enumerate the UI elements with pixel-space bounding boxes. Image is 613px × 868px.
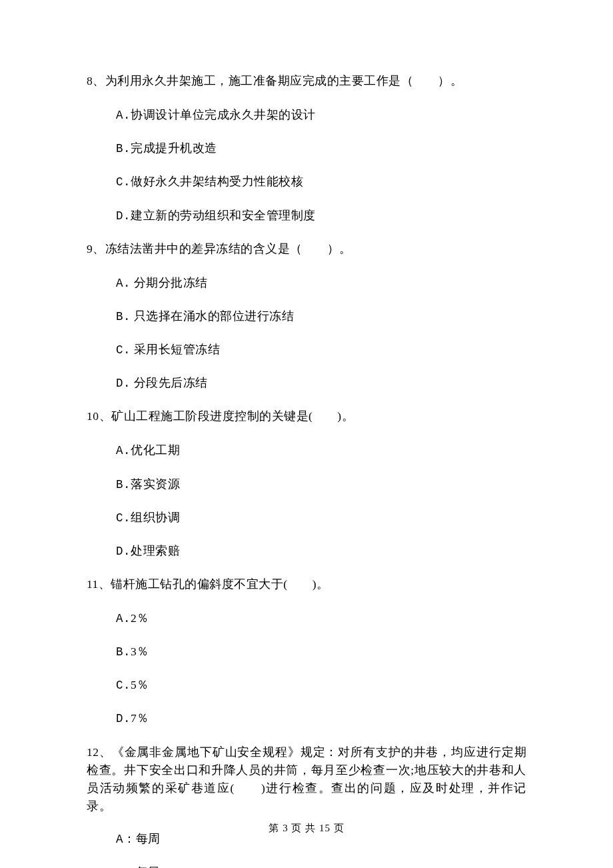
question-options: A.2％ B.3％ C.5％ D.7％ — [87, 609, 526, 729]
option-text: 完成提升机改造 — [131, 141, 217, 155]
question-number: 11、 — [87, 577, 111, 591]
option-label: A. — [116, 612, 131, 625]
option-label: C. — [116, 175, 131, 189]
question-text: 为利用永久井架施工，施工准备期应完成的主要工作是（ ）。 — [105, 74, 463, 87]
question-text: 《金属非金属地下矿山安全规程》规定：对所有支护的井巷，均应进行定期检查。井下安全… — [87, 745, 526, 813]
option-label: D. — [116, 377, 131, 390]
option-text: 3％ — [131, 645, 149, 658]
option-label: C. — [116, 679, 131, 692]
option: B. 只选择在涌水的部位进行冻结 — [87, 307, 526, 326]
option: B：每日 — [87, 863, 526, 868]
option-label: C. — [116, 511, 131, 525]
option: A.优化工期 — [87, 441, 526, 460]
option-text: 只选择在涌水的部位进行冻结 — [131, 309, 294, 323]
option-text: 分段先后冻结 — [131, 376, 208, 389]
option: A. 分期分批冻结 — [87, 274, 526, 293]
question-stem: 11、锚杆施工钻孔的偏斜度不宜大于( )。 — [87, 575, 526, 593]
option-label: B. — [116, 478, 131, 491]
question-text: 矿山工程施工阶段进度控制的关键是( )。 — [111, 409, 354, 423]
option-text: 优化工期 — [131, 443, 180, 457]
option: D.处理索赔 — [87, 542, 526, 561]
question-number: 8、 — [87, 74, 105, 87]
option-text: 组织协调 — [131, 511, 180, 524]
option-text: 每日 — [136, 865, 161, 868]
document-page: 8、为利用永久井架施工，施工准备期应完成的主要工作是（ ）。 A.协调设计单位完… — [0, 0, 613, 868]
option: B.3％ — [87, 643, 526, 661]
option: B.完成提升机改造 — [87, 139, 526, 158]
option: D. 分段先后冻结 — [87, 374, 526, 393]
page-footer: 第 3 页 共 15 页 — [0, 821, 613, 836]
question-stem: 8、为利用永久井架施工，施工准备期应完成的主要工作是（ ）。 — [87, 72, 526, 90]
option-label: B. — [116, 645, 131, 659]
option-text: 处理索赔 — [131, 544, 180, 557]
option-label: D. — [116, 209, 131, 223]
question-options: A.协调设计单位完成永久井架的设计 B.完成提升机改造 C.做好永久井架结构受力… — [87, 106, 526, 225]
option-label: A. — [116, 109, 131, 122]
option: A.2％ — [87, 609, 526, 628]
option-label: A. — [116, 277, 131, 290]
option-text: 5％ — [131, 678, 149, 691]
option: C.组织协调 — [87, 509, 526, 527]
option-text: 做好永久井架结构受力性能校核 — [131, 175, 303, 188]
option-text: 建立新的劳动组织和安全管理制度 — [131, 209, 316, 222]
option: C.5％ — [87, 676, 526, 695]
question-text: 锚杆施工钻孔的偏斜度不宜大于( )。 — [111, 577, 328, 591]
option-label: D. — [116, 712, 131, 725]
option-text: 落实资源 — [131, 477, 180, 491]
question-stem: 10、矿山工程施工阶段进度控制的关键是( )。 — [87, 407, 526, 425]
question-number: 10、 — [87, 409, 111, 423]
option-label: B. — [116, 142, 131, 155]
question-number: 12、 — [87, 745, 112, 759]
option-text: 协调设计单位完成永久井架的设计 — [131, 108, 316, 121]
question-options: A. 分期分批冻结 B. 只选择在涌水的部位进行冻结 C. 采用长短管冻结 D.… — [87, 274, 526, 393]
option-text: 7％ — [131, 711, 149, 725]
question-text: 冻结法凿井中的差异冻结的含义是（ ）。 — [105, 242, 352, 255]
question-stem: 12、《金属非金属地下矿山安全规程》规定：对所有支护的井巷，均应进行定期检查。井… — [87, 743, 526, 816]
option: D.建立新的劳动组织和安全管理制度 — [87, 207, 526, 225]
option-text: 采用长短管冻结 — [131, 343, 220, 356]
option: C. 采用长短管冻结 — [87, 341, 526, 359]
question-number: 9、 — [87, 242, 105, 255]
option: C.做好永久井架结构受力性能校核 — [87, 173, 526, 191]
option: B.落实资源 — [87, 475, 526, 494]
option: A.协调设计单位完成永久井架的设计 — [87, 106, 526, 125]
option-label: C. — [116, 343, 131, 357]
option-text: 2％ — [131, 611, 149, 625]
option-label: B. — [116, 310, 131, 323]
option: D.7％ — [87, 709, 526, 728]
question-stem: 9、冻结法凿井中的差异冻结的含义是（ ）。 — [87, 240, 526, 258]
option-label: A. — [116, 444, 131, 457]
option-text: 分期分批冻结 — [131, 276, 208, 289]
option-label: D. — [116, 545, 131, 558]
question-options: A.优化工期 B.落实资源 C.组织协调 D.处理索赔 — [87, 441, 526, 561]
